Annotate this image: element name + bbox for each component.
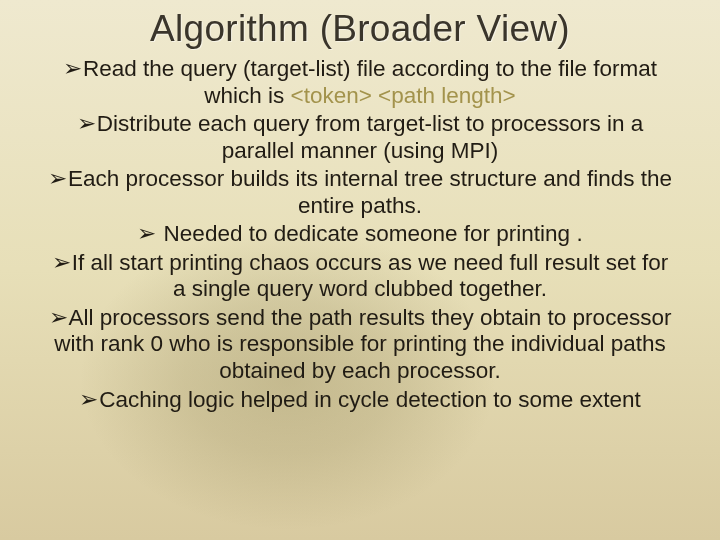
list-item: ➢Caching logic helped in cycle detection… xyxy=(46,387,674,414)
item-text: Caching logic helped in cycle detection … xyxy=(99,387,641,412)
chevron-right-icon: ➢ xyxy=(52,250,71,275)
item-text: Each processor builds its internal tree … xyxy=(68,166,672,218)
slide-body: ➢Read the query (target-list) file accor… xyxy=(46,56,674,413)
chevron-right-icon: ➢ xyxy=(63,56,82,81)
chevron-right-icon: ➢ xyxy=(79,387,98,412)
item-text: Distribute each query from target-list t… xyxy=(97,111,643,163)
list-item: ➢Each processor builds its internal tree… xyxy=(46,166,674,219)
item-highlight: <token> <path length> xyxy=(291,83,516,108)
list-item: ➢Distribute each query from target-list … xyxy=(46,111,674,164)
item-text: If all start printing chaos occurs as we… xyxy=(72,250,669,302)
list-item: ➢If all start printing chaos occurs as w… xyxy=(46,250,674,303)
chevron-right-icon: ➢ xyxy=(49,305,68,330)
list-item: ➢Read the query (target-list) file accor… xyxy=(46,56,674,109)
chevron-right-icon: ➢ xyxy=(137,221,156,246)
list-item: ➢All processors send the path results th… xyxy=(46,305,674,385)
slide: Algorithm (Broader View) ➢Read the query… xyxy=(0,0,720,413)
item-text: Needed to dedicate someone for printing … xyxy=(157,221,582,246)
chevron-right-icon: ➢ xyxy=(77,111,96,136)
item-text: All processors send the path results the… xyxy=(54,305,671,383)
slide-title: Algorithm (Broader View) xyxy=(46,8,674,50)
list-item: ➢ Needed to dedicate someone for printin… xyxy=(46,221,674,248)
chevron-right-icon: ➢ xyxy=(48,166,67,191)
